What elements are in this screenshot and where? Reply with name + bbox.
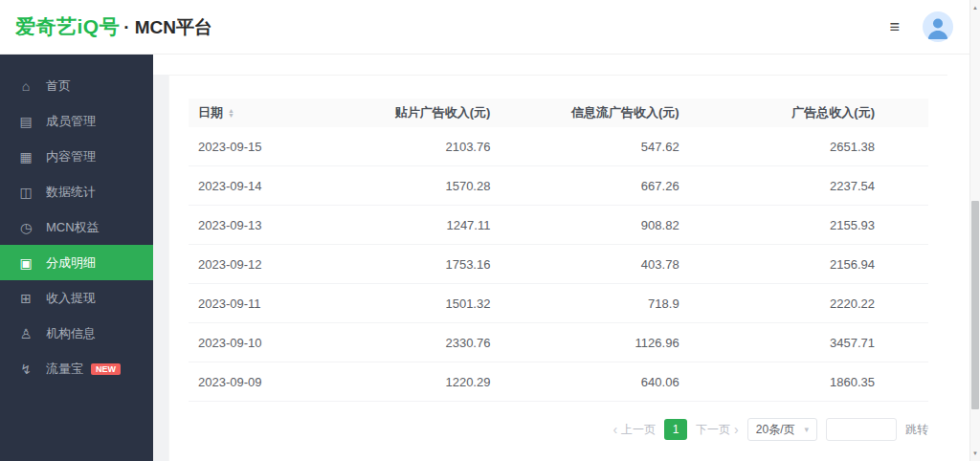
jump-button[interactable]: 跳转 [905, 422, 928, 438]
content-icon: ▦ [18, 149, 33, 165]
cell-date: 2023-09-11 [189, 296, 312, 311]
withdraw-icon: ⊞ [18, 291, 33, 306]
sidebar-item-content[interactable]: ▦ 内容管理 [0, 139, 153, 174]
scrollbar-thumb[interactable] [971, 201, 979, 409]
sort-caret-icon[interactable]: ▲▼ [228, 108, 234, 118]
brand-logo-text: 爱奇艺iQ号 [15, 13, 120, 40]
cell-patch-ad: 2103.76 [312, 140, 490, 154]
sidebar-item-revenue-split[interactable]: ▣ 分成明细 [0, 245, 153, 280]
page-size-value: 20条/页 [756, 422, 795, 438]
cell-total-ad: 2237.54 [679, 179, 875, 193]
cell-feed-ad: 908.82 [490, 218, 679, 232]
column-header-patch-ad: 贴片广告收入(元) [312, 104, 490, 121]
prev-page-button[interactable]: ‹ 上一页 [612, 422, 656, 438]
column-header-date[interactable]: 日期▲▼ [189, 104, 312, 121]
platform-name: · MCN平台 [123, 15, 212, 40]
table-header-row: 日期▲▼ 贴片广告收入(元) 信息流广告收入(元) 广告总收入(元) [189, 99, 928, 127]
table-row: 2023-09-10 2330.76 1126.96 3457.71 [189, 323, 928, 362]
cell-total-ad: 3457.71 [679, 336, 875, 350]
page-size-select[interactable]: 20条/页 ▾ [747, 418, 817, 441]
chevron-right-icon: › [734, 423, 739, 436]
cell-date: 2023-09-13 [189, 218, 312, 232]
sidebar-item-label: 内容管理 [46, 148, 96, 165]
cell-patch-ad: 1220.29 [312, 375, 490, 389]
organization-icon: ♙ [18, 326, 33, 341]
sidebar-item-label: 机构信息 [46, 325, 96, 342]
chevron-left-icon: ‹ [612, 423, 617, 436]
scroll-up-arrow-icon[interactable]: ▲ [970, 2, 980, 13]
statistics-icon: ◫ [18, 185, 33, 200]
lightning-icon: ↯ [18, 362, 33, 377]
table-row: 2023-09-13 1247.11 908.82 2155.93 [189, 206, 928, 245]
current-page-button[interactable]: 1 [664, 419, 687, 440]
table-row: 2023-09-15 2103.76 547.62 2651.38 [189, 127, 928, 166]
sidebar-item-statistics[interactable]: ◫ 数据统计 [0, 174, 153, 209]
table-row: 2023-09-11 1501.32 718.9 2220.22 [189, 284, 928, 323]
cell-patch-ad: 1753.16 [312, 257, 490, 272]
table-row: 2023-09-14 1570.28 667.26 2237.54 [189, 166, 928, 206]
sidebar-nav: ⌂ 首页 ▤ 成员管理 ▦ 内容管理 ◫ 数据统计 ◷ MCN权益 ▣ 分成明细… [0, 55, 153, 461]
chevron-down-icon: ▾ [804, 425, 809, 434]
cell-patch-ad: 1501.32 [312, 296, 490, 311]
user-person-icon [923, 11, 953, 42]
cell-feed-ad: 667.26 [490, 179, 679, 193]
jump-page-input[interactable] [826, 418, 897, 441]
cell-total-ad: 2156.94 [679, 257, 875, 272]
sidebar-item-traffic-booster[interactable]: ↯ 流量宝 NEW [0, 351, 153, 386]
revenue-table-card: 日期▲▼ 贴片广告收入(元) 信息流广告收入(元) 广告总收入(元) 2023-… [168, 75, 947, 461]
cell-feed-ad: 640.06 [490, 375, 679, 389]
sidebar-item-withdraw[interactable]: ⊞ 收入提现 [0, 280, 153, 316]
column-header-total-ad: 广告总收入(元) [679, 104, 875, 121]
content-gutter [153, 75, 168, 461]
sidebar-item-label: 数据统计 [46, 184, 96, 201]
cell-date: 2023-09-09 [189, 375, 312, 389]
user-avatar[interactable] [923, 11, 953, 42]
sidebar-item-label: 成员管理 [46, 113, 96, 130]
cell-total-ad: 2651.38 [679, 140, 875, 154]
sidebar-item-label: 首页 [46, 77, 71, 95]
brand-logo: 爱奇艺iQ号 · MCN平台 [0, 13, 212, 40]
cell-date: 2023-09-14 [189, 179, 312, 193]
cell-date: 2023-09-10 [189, 336, 312, 350]
table-row: 2023-09-09 1220.29 640.06 1860.35 [189, 362, 928, 402]
vertical-scrollbar[interactable]: ▲ ▼ [969, 0, 980, 461]
sidebar-item-home[interactable]: ⌂ 首页 [0, 68, 153, 103]
sidebar-item-label: 收入提现 [46, 290, 96, 307]
revenue-split-icon: ▣ [18, 255, 33, 271]
main-content: 日期▲▼ 贴片广告收入(元) 信息流广告收入(元) 广告总收入(元) 2023-… [153, 55, 980, 461]
prev-page-label: 上一页 [621, 422, 656, 438]
sidebar-item-mcn-rights[interactable]: ◷ MCN权益 [0, 209, 153, 245]
cell-date: 2023-09-15 [189, 140, 312, 154]
clock-icon: ◷ [18, 220, 33, 235]
pagination: ‹ 上一页 1 下一页 › 20条/页 ▾ 跳转 [189, 418, 928, 441]
new-badge: NEW [91, 363, 121, 375]
cell-total-ad: 2155.93 [679, 218, 875, 232]
cell-feed-ad: 718.9 [490, 296, 679, 311]
home-icon: ⌂ [18, 78, 33, 94]
scroll-down-arrow-icon[interactable]: ▼ [970, 448, 980, 459]
sidebar-item-label: 流量宝 [46, 361, 83, 378]
cell-patch-ad: 2330.76 [312, 336, 490, 350]
sidebar-item-label: MCN权益 [46, 219, 100, 236]
cell-feed-ad: 547.62 [490, 140, 679, 154]
cell-total-ad: 2220.22 [679, 296, 875, 311]
cell-feed-ad: 1126.96 [490, 336, 679, 350]
cell-patch-ad: 1570.28 [312, 179, 490, 193]
cell-patch-ad: 1247.11 [312, 218, 490, 232]
sidebar-item-members[interactable]: ▤ 成员管理 [0, 103, 153, 139]
sidebar-item-org-info[interactable]: ♙ 机构信息 [0, 316, 153, 351]
column-header-feed-ad: 信息流广告收入(元) [490, 104, 679, 121]
cell-total-ad: 1860.35 [679, 375, 875, 389]
cell-date: 2023-09-12 [189, 257, 312, 272]
table-row: 2023-09-12 1753.16 403.78 2156.94 [189, 245, 928, 284]
sidebar-item-label: 分成明细 [46, 254, 96, 272]
hamburger-menu-icon[interactable]: ≡ [889, 18, 900, 35]
next-page-label: 下一页 [696, 422, 730, 438]
top-bar: 爱奇艺iQ号 · MCN平台 ≡ [0, 0, 980, 55]
cell-feed-ad: 403.78 [490, 257, 679, 272]
next-page-button[interactable]: 下一页 › [696, 422, 739, 438]
members-icon: ▤ [18, 114, 33, 129]
